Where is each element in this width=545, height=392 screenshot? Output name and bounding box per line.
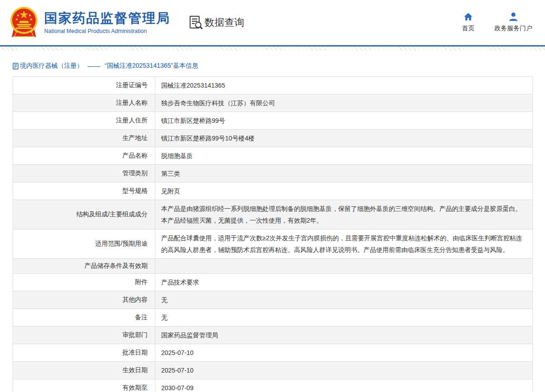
breadcrumb-separator: —— bbox=[88, 62, 100, 70]
table-row: 型号规格见附页 bbox=[13, 182, 532, 200]
table-row: 审批部门国家药品监督管理局 bbox=[13, 327, 532, 344]
row-value-text: 无 bbox=[161, 312, 168, 323]
header-divider-hatch bbox=[0, 47, 545, 51]
row-value-text: 产品技术要求 bbox=[161, 276, 199, 288]
row-label: 注册人住所 bbox=[13, 112, 155, 129]
nav-home-label: 首页 bbox=[462, 24, 475, 33]
row-value-text: 本产品是由猪源组织经一系列脱细胞处理后制备的脱细胞基质，保留了细胞外基质的三维空… bbox=[161, 203, 524, 226]
row-label: 管理类别 bbox=[13, 165, 155, 182]
row-value: 国械注准20253141365 bbox=[155, 77, 532, 94]
row-value-text: 脱细胞基质 bbox=[161, 150, 193, 162]
row-label: 产品名称 bbox=[13, 147, 155, 164]
breadcrumb-category[interactable]: 境内医疗器械（注册） bbox=[20, 62, 83, 70]
national-emblem-logo bbox=[10, 6, 38, 39]
row-label-text: 生产地址 bbox=[122, 134, 148, 142]
table-row: 附件产品技术要求 bbox=[13, 274, 532, 291]
breadcrumb-current: “国械注准20253141365”基本信息 bbox=[105, 62, 198, 70]
row-label-text: 批准日期 bbox=[122, 349, 148, 357]
row-label: 备注 bbox=[13, 309, 155, 326]
org-name-en: National Medical Products Administration bbox=[44, 28, 170, 34]
row-value-text: 2025-07-10 bbox=[161, 364, 194, 376]
row-label: 产品储存条件及有效期 bbox=[13, 259, 155, 273]
table-row: 生效日期2025-07-10 bbox=[13, 362, 532, 379]
row-label: 注册证编号 bbox=[13, 77, 155, 94]
row-label: 有效期至 bbox=[13, 379, 155, 392]
table-row: 产品储存条件及有效期 bbox=[13, 259, 532, 274]
row-value: 无 bbox=[155, 291, 532, 308]
row-label: 批准日期 bbox=[13, 344, 155, 361]
nav-home[interactable]: 首页 bbox=[462, 12, 475, 33]
nav-portal[interactable]: 政务服务门户 bbox=[494, 12, 532, 33]
row-value-text: 2030-07-09 bbox=[161, 382, 194, 392]
table-row: 产品名称脱细胞基质 bbox=[13, 147, 532, 165]
row-label: 型号规格 bbox=[13, 182, 155, 200]
row-value-text: 国械注准20253141365 bbox=[161, 79, 225, 91]
table-row: 注册证编号国械注准20253141365 bbox=[13, 77, 532, 94]
row-label-text: 产品名称 bbox=[122, 152, 148, 160]
row-value: 独步吾奇生物医疗科技（江苏）有限公司 bbox=[155, 94, 532, 112]
row-value-text: 2025-07-10 bbox=[161, 347, 194, 359]
row-value-text: 无 bbox=[161, 294, 168, 306]
site-header: 国家药品监督管理局 National Medical Products Admi… bbox=[0, 0, 545, 45]
table-row: 批准日期2025-07-10 bbox=[13, 344, 532, 362]
row-label: 结构及组成/主要组成成分 bbox=[13, 200, 155, 229]
document-icon bbox=[13, 63, 19, 70]
row-label-text: 备注 bbox=[135, 313, 148, 322]
row-value: 无 bbox=[155, 309, 532, 326]
table-row: 其他内容无 bbox=[13, 291, 532, 309]
row-label-text: 审批部门 bbox=[122, 331, 148, 339]
row-value: 2025-07-10 bbox=[155, 344, 532, 361]
row-label-text: 附件 bbox=[135, 278, 148, 286]
row-value bbox=[155, 259, 532, 273]
brand-text: 国家药品监督管理局 National Medical Products Admi… bbox=[44, 11, 170, 34]
row-value: 2025-07-10 bbox=[155, 362, 532, 379]
top-nav: 首页 政务服务门户 bbox=[462, 12, 532, 33]
row-label-text: 适用范围/预期用途 bbox=[95, 240, 148, 248]
row-label: 生效日期 bbox=[13, 362, 155, 379]
row-label-text: 注册人名称 bbox=[116, 99, 148, 107]
table-row: 有效期至2030-07-09 bbox=[13, 379, 532, 392]
row-value: 第三类 bbox=[155, 165, 532, 182]
table-row: 适用范围/预期用途产品配合球囊使用，适用于流产次数≥2次并发生子宫内膜损伤的，且… bbox=[13, 229, 532, 259]
row-value-text: 独步吾奇生物医疗科技（江苏）有限公司 bbox=[161, 97, 275, 109]
row-value: 产品技术要求 bbox=[155, 274, 532, 291]
row-label-text: 有效期至 bbox=[122, 384, 148, 392]
table-row: 注册人名称独步吾奇生物医疗科技（江苏）有限公司 bbox=[13, 94, 532, 112]
brand: 国家药品监督管理局 National Medical Products Admi… bbox=[10, 6, 244, 39]
table-row: 备注无 bbox=[13, 309, 532, 327]
row-label-text: 产品储存条件及有效期 bbox=[84, 262, 148, 270]
table-row: 管理类别第三类 bbox=[13, 165, 532, 182]
row-value: 国家药品监督管理局 bbox=[155, 327, 532, 344]
row-value-text: 第三类 bbox=[161, 168, 180, 179]
breadcrumb: 境内医疗器械（注册） —— “国械注准20253141365”基本信息 bbox=[13, 62, 545, 70]
row-label: 适用范围/预期用途 bbox=[13, 229, 155, 258]
org-name-cn: 国家药品监督管理局 bbox=[44, 11, 170, 26]
row-value: 本产品是由猪源组织经一系列脱细胞处理后制备的脱细胞基质，保留了细胞外基质的三维空… bbox=[155, 200, 532, 229]
row-value: 镇江市新区楚桥路99号 bbox=[155, 112, 532, 129]
row-label-text: 型号规格 bbox=[122, 187, 148, 195]
row-label-text: 生效日期 bbox=[122, 366, 148, 374]
row-label-text: 结构及组成/主要组成成分 bbox=[76, 210, 148, 219]
row-value: 脱细胞基质 bbox=[155, 147, 532, 164]
row-value: 2030-07-09 bbox=[155, 379, 532, 392]
main-content: 境内医疗器械（注册） —— “国械注准20253141365”基本信息 注册证编… bbox=[0, 62, 545, 392]
table-row: 生产地址镇江市新区楚桥路99号10号楼4楼 bbox=[13, 130, 532, 147]
row-label: 其他内容 bbox=[13, 291, 155, 308]
document-search-icon bbox=[189, 15, 203, 30]
row-label-text: 管理类别 bbox=[122, 169, 148, 177]
nav-portal-label: 政务服务门户 bbox=[494, 24, 532, 33]
user-icon bbox=[508, 12, 518, 22]
row-value-text: 见附页 bbox=[161, 185, 180, 197]
row-label: 生产地址 bbox=[13, 130, 155, 147]
row-label-text: 注册人住所 bbox=[116, 117, 148, 125]
row-value-text: 国家药品监督管理局 bbox=[161, 329, 218, 341]
row-label: 附件 bbox=[13, 274, 155, 291]
row-label-text: 其他内容 bbox=[122, 296, 148, 304]
row-label: 注册人名称 bbox=[13, 94, 155, 112]
row-value: 见附页 bbox=[155, 182, 532, 200]
row-value-text: 镇江市新区楚桥路99号10号楼4楼 bbox=[161, 132, 255, 144]
row-value: 产品配合球囊使用，适用于流产次数≥2次并发生子宫内膜损伤的，且需要开展宫腔中重度… bbox=[155, 229, 532, 258]
row-value-text: 产品配合球囊使用，适用于流产次数≥2次并发生子宫内膜损伤的，且需要开展宫腔中重度… bbox=[161, 232, 524, 256]
table-row: 注册人住所镇江市新区楚桥路99号 bbox=[13, 112, 532, 130]
table-row: 结构及组成/主要组成成分本产品是由猪源组织经一系列脱细胞处理后制备的脱细胞基质，… bbox=[13, 200, 532, 229]
